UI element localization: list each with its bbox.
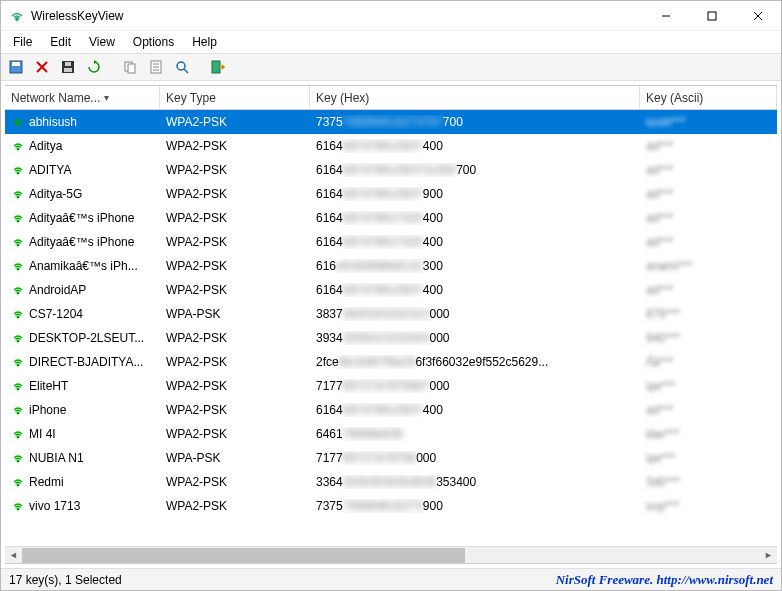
svg-point-35 xyxy=(17,436,20,439)
cell-network-name: Aditya xyxy=(5,139,160,153)
table-row[interactable]: CS7-1204WPA-PSK38373635343332313000876**… xyxy=(5,302,777,326)
cell-key-ascii: sush*** xyxy=(640,115,777,129)
cell-key-hex: 39343036313233343000 xyxy=(310,331,640,345)
cell-key-ascii: 3d0*** xyxy=(640,475,777,489)
svg-point-37 xyxy=(17,484,20,487)
minimize-button[interactable] xyxy=(643,1,689,30)
svg-point-32 xyxy=(17,364,20,367)
horizontal-scrollbar[interactable]: ◄ ► xyxy=(5,546,777,563)
svg-point-26 xyxy=(17,220,20,223)
cell-key-hex: 646176696e636 xyxy=(310,427,640,441)
svg-point-19 xyxy=(177,62,185,70)
cell-key-type: WPA2-PSK xyxy=(160,379,310,393)
menu-options[interactable]: Options xyxy=(125,33,182,51)
svg-rect-21 xyxy=(212,61,220,73)
menu-help[interactable]: Help xyxy=(184,33,225,51)
table-row[interactable]: iPhoneWPA2-PSK6164697479613837400ad*** xyxy=(5,398,777,422)
table-row[interactable]: AndroidAPWPA2-PSK6164697479613837400ad**… xyxy=(5,278,777,302)
cell-key-hex: 7375706964616273757700 xyxy=(310,115,640,129)
cell-key-type: WPA2-PSK xyxy=(160,283,310,297)
table-row[interactable]: MI 4IWPA2-PSK646176696e636dav*** xyxy=(5,422,777,446)
cell-key-type: WPA2-PSK xyxy=(160,211,310,225)
table-row[interactable]: Anamikaâ€™s iPh...WPA2-PSK616e616d696b61… xyxy=(5,254,777,278)
column-key-type[interactable]: Key Type xyxy=(160,86,310,109)
exit-icon[interactable] xyxy=(207,56,229,78)
column-key-hex[interactable]: Key (Hex) xyxy=(310,86,640,109)
svg-point-34 xyxy=(17,412,20,415)
svg-point-31 xyxy=(17,340,20,343)
titlebar: WirelessKeyView xyxy=(1,1,781,31)
cell-key-ascii: /Îä*** xyxy=(640,355,777,369)
cell-key-type: WPA2-PSK xyxy=(160,115,310,129)
cell-key-type: WPA2-PSK xyxy=(160,331,310,345)
table-row[interactable]: DIRECT-BJADITYA...WPA2-PSK2fce8b19487f5e… xyxy=(5,350,777,374)
save-icon[interactable] xyxy=(5,56,27,78)
listview-body[interactable]: abhisushWPA2-PSK7375706964616273757700su… xyxy=(5,110,777,546)
floppy-icon[interactable] xyxy=(57,56,79,78)
cell-key-ascii: ad*** xyxy=(640,163,777,177)
statusbar: 17 key(s), 1 Selected NirSoft Freeware. … xyxy=(1,568,781,590)
svg-point-29 xyxy=(17,292,20,295)
cell-network-name: Redmi xyxy=(5,475,160,489)
cell-network-name: Aditya-5G xyxy=(5,187,160,201)
cell-key-hex: 7375706964616273900 xyxy=(310,499,640,513)
maximize-button[interactable] xyxy=(689,1,735,30)
cell-key-hex: 38373635343332313000 xyxy=(310,307,640,321)
svg-rect-14 xyxy=(128,64,135,73)
cell-key-hex: 6164697479617320400 xyxy=(310,211,640,225)
column-key-ascii[interactable]: Key (Ascii) xyxy=(640,86,777,109)
table-row[interactable]: EliteHTWPA2-PSK71776572747975697000qw*** xyxy=(5,374,777,398)
scroll-thumb[interactable] xyxy=(22,548,465,563)
cell-network-name: AndroidAP xyxy=(5,283,160,297)
table-row[interactable]: Adityaâ€™s iPhoneWPA2-PSK616469747961732… xyxy=(5,230,777,254)
listview-header: Network Name...▾ Key Type Key (Hex) Key … xyxy=(5,86,777,110)
table-row[interactable]: vivo 1713WPA2-PSK7375706964616273900sup*… xyxy=(5,494,777,518)
cell-key-hex: 6164697479613837400 xyxy=(310,283,640,297)
svg-line-20 xyxy=(184,69,188,73)
cell-key-ascii: ad*** xyxy=(640,211,777,225)
cell-key-type: WPA-PSK xyxy=(160,451,310,465)
credit-link[interactable]: NirSoft Freeware. http://www.nirsoft.net xyxy=(556,572,773,588)
table-row[interactable]: AdityaWPA2-PSK6164697479613837400ad*** xyxy=(5,134,777,158)
table-row[interactable]: Aditya-5GWPA2-PSK6164697479613837900ad**… xyxy=(5,182,777,206)
table-row[interactable]: DESKTOP-2LSEUT...WPA2-PSK393430363132333… xyxy=(5,326,777,350)
find-icon[interactable] xyxy=(171,56,193,78)
table-row[interactable]: RedmiWPA2-PSK3364303030303036363534003d0… xyxy=(5,470,777,494)
properties-icon[interactable] xyxy=(145,56,167,78)
cell-key-hex: 2fce8b19487f5e266f3f66032e9f552c5629... xyxy=(310,355,640,369)
svg-point-0 xyxy=(15,17,19,21)
table-row[interactable]: NUBIA N1WPA-PSK717765727479756000qw*** xyxy=(5,446,777,470)
svg-rect-10 xyxy=(64,68,72,72)
copy-icon[interactable] xyxy=(119,56,141,78)
column-network-name[interactable]: Network Name...▾ xyxy=(5,86,160,109)
menu-view[interactable]: View xyxy=(81,33,123,51)
cell-network-name: Adityaâ€™s iPhone xyxy=(5,211,160,225)
scroll-right-icon[interactable]: ► xyxy=(760,547,777,564)
svg-rect-2 xyxy=(708,12,716,20)
scroll-track[interactable] xyxy=(22,547,760,564)
cell-key-type: WPA2-PSK xyxy=(160,187,310,201)
close-button[interactable] xyxy=(735,1,781,30)
cell-key-ascii: ad*** xyxy=(640,235,777,249)
app-icon xyxy=(9,8,25,24)
table-row[interactable]: Adityaâ€™s iPhoneWPA2-PSK616469747961732… xyxy=(5,206,777,230)
menu-file[interactable]: File xyxy=(5,33,40,51)
cell-network-name: CS7-1204 xyxy=(5,307,160,321)
cell-key-ascii: qw*** xyxy=(640,379,777,393)
cell-key-ascii: ad*** xyxy=(640,403,777,417)
menu-edit[interactable]: Edit xyxy=(42,33,79,51)
listview: Network Name...▾ Key Type Key (Hex) Key … xyxy=(5,85,777,564)
cell-key-type: WPA2-PSK xyxy=(160,259,310,273)
refresh-icon[interactable] xyxy=(83,56,105,78)
cell-network-name: NUBIA N1 xyxy=(5,451,160,465)
scroll-left-icon[interactable]: ◄ xyxy=(5,547,22,564)
cell-network-name: Anamikaâ€™s iPh... xyxy=(5,259,160,273)
table-row[interactable]: abhisushWPA2-PSK7375706964616273757700su… xyxy=(5,110,777,134)
delete-icon[interactable] xyxy=(31,56,53,78)
cell-key-type: WPA2-PSK xyxy=(160,403,310,417)
table-row[interactable]: ADITYAWPA2-PSK616469747961383731393700ad… xyxy=(5,158,777,182)
cell-key-hex: 616469747961383731393700 xyxy=(310,163,640,177)
svg-point-38 xyxy=(17,508,20,511)
menubar: File Edit View Options Help xyxy=(1,31,781,53)
chevron-down-icon: ▾ xyxy=(104,92,109,103)
